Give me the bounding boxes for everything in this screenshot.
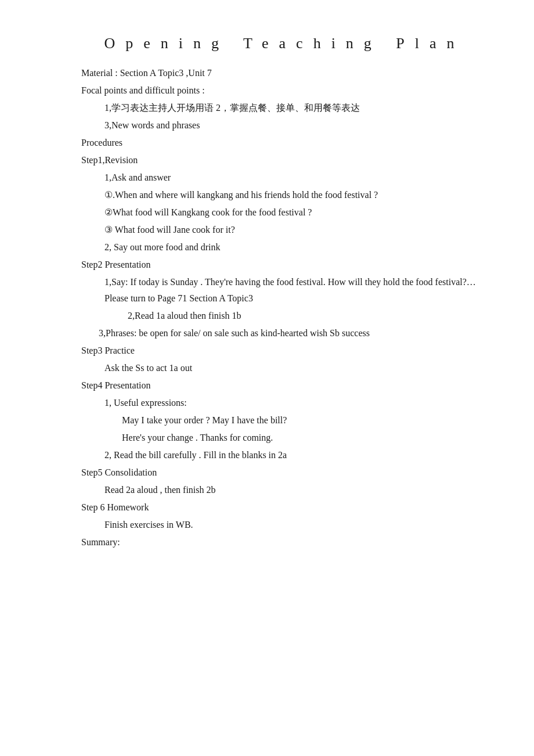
- line-step6: Step 6 Homework: [81, 499, 488, 516]
- line-procedures: Procedures: [81, 135, 488, 151]
- line-focal-1: 1,学习表达主持人开场用语 2，掌握点餐、接单、和用餐等表达: [81, 100, 488, 116]
- line-step3: Step3 Practice: [81, 343, 488, 359]
- line-say-if: 1,Say: If today is Sunday . They're havi…: [81, 274, 488, 307]
- line-read-2a: Read 2a aloud , then finish 2b: [81, 482, 488, 498]
- line-step5: Step5 Consolidation: [81, 465, 488, 481]
- line-heres-change: Here's your change . Thanks for coming.: [81, 430, 488, 446]
- line-summary: Summary:: [81, 534, 488, 550]
- line-q1: ①.When and where will kangkang and his f…: [81, 187, 488, 203]
- line-q2: ②What food will Kangkang cook for the fo…: [81, 204, 488, 221]
- line-finish-wb: Finish exercises in WB.: [81, 517, 488, 533]
- line-step4: Step4 Presentation: [81, 377, 488, 394]
- page-title: Opening Teaching Plan: [81, 35, 488, 52]
- line-step1: Step1,Revision: [81, 152, 488, 168]
- line-step2: Step2 Presentation: [81, 257, 488, 273]
- line-focal: Focal points and difficult points :: [81, 82, 488, 99]
- line-q3: ③ What food will Jane cook for it?: [81, 222, 488, 238]
- line-phrases: 3,Phrases: be open for sale/ on sale suc…: [81, 325, 488, 341]
- line-useful-expr: 1, Useful expressions:: [81, 395, 488, 411]
- line-focal-3: 3,New words and phrases: [81, 117, 488, 134]
- document-content: Material : Section A Topic3 ,Unit 7 Foca…: [81, 65, 488, 550]
- line-say-out: 2, Say out more food and drink: [81, 239, 488, 255]
- line-read-1a: 2,Read 1a aloud then finish 1b: [81, 308, 488, 324]
- line-may-order: May I take your order ? May I have the b…: [81, 412, 488, 429]
- line-read-bill: 2, Read the bill carefully . Fill in the…: [81, 447, 488, 463]
- line-ask-ss: Ask the Ss to act 1a out: [81, 360, 488, 376]
- line-ask-answer: 1,Ask and answer: [81, 170, 488, 186]
- line-material: Material : Section A Topic3 ,Unit 7: [81, 65, 488, 81]
